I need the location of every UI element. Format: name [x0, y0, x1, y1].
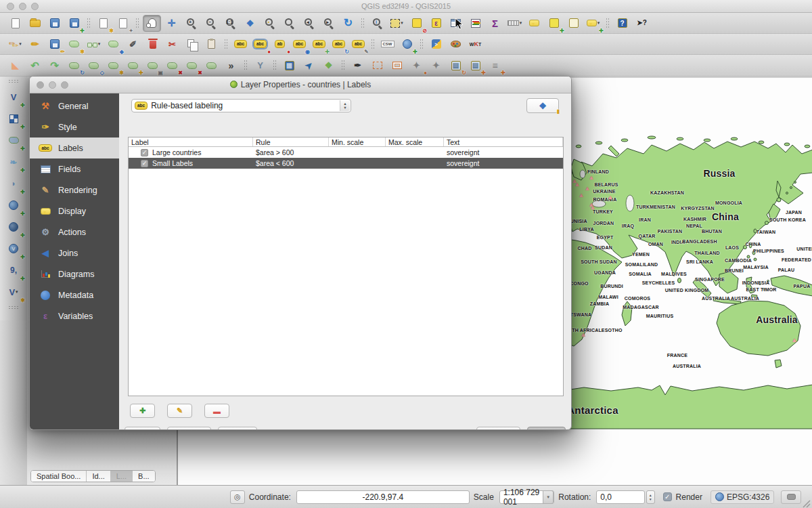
pan-map-button[interactable]: [143, 15, 161, 32]
georeferencer-button[interactable]: ▦: [280, 57, 298, 74]
atlas-reload-button[interactable]: ▤↻: [447, 57, 465, 74]
save-project-button[interactable]: [45, 15, 64, 32]
ok-button[interactable]: OK: [527, 427, 566, 430]
select-features-button[interactable]: ▾: [388, 15, 406, 32]
show-statistics-button[interactable]: Σ: [486, 15, 504, 32]
magic-wand-button[interactable]: ✦: [427, 57, 445, 74]
current-edits-button[interactable]: ▾: [6, 36, 24, 53]
sidebar-item-diagrams[interactable]: Diagrams: [30, 263, 119, 284]
zoom-in-button[interactable]: +: [182, 15, 200, 32]
node-tool-button[interactable]: ◆: [104, 36, 122, 53]
scale-combo[interactable]: 1:106 729 001 ▼: [499, 490, 554, 504]
paste-features-button[interactable]: [202, 36, 221, 53]
cad-input-button[interactable]: ◣: [6, 57, 24, 74]
sidebar-item-general[interactable]: ⚒General: [30, 96, 119, 117]
sidebar-item-rendering[interactable]: ✎Rendering: [30, 179, 119, 200]
identify-features-button[interactable]: i: [368, 15, 386, 32]
save-project-as-button[interactable]: ✚: [65, 15, 83, 32]
sidebar-item-display[interactable]: Display: [30, 200, 119, 221]
show-bookmarks-button[interactable]: [564, 15, 583, 32]
add-spatialite-layer-button[interactable]: ❧✚: [3, 152, 24, 171]
cancel-button[interactable]: Cancel: [476, 427, 520, 430]
measure-button[interactable]: ▾: [505, 15, 524, 32]
add-vector-layer-button[interactable]: V✚: [3, 87, 24, 106]
help-button[interactable]: Help: [125, 427, 160, 430]
dock-tab[interactable]: L...: [111, 471, 133, 482]
offset-curve-button[interactable]: Y: [251, 57, 269, 74]
rotate-feature-button[interactable]: ↻: [65, 57, 83, 74]
rotation-stepper[interactable]: ▲▼: [646, 490, 655, 504]
add-delimited-text-layer-button[interactable]: 9,✚: [3, 261, 24, 280]
dock-tab[interactable]: Id...: [87, 471, 110, 482]
change-label-properties-button[interactable]: abc✎: [349, 36, 367, 53]
extent-tracking-button[interactable]: ◎: [230, 490, 245, 504]
rule-checkbox[interactable]: ✓: [141, 149, 148, 156]
dialog-titlebar[interactable]: Layer Properties - countries | Labels: [30, 77, 571, 93]
apply-button[interactable]: Apply: [218, 427, 257, 430]
rule-checkbox[interactable]: ✓: [141, 160, 148, 167]
zoom-full-button[interactable]: ❖: [241, 15, 259, 32]
add-mssql-layer-button[interactable]: ◗✚: [3, 174, 24, 193]
add-ring-button[interactable]: ✱: [104, 57, 122, 74]
rule-row[interactable]: ✓Large countries$area > 600sovereignt: [129, 147, 563, 158]
delete-part-button[interactable]: ✖: [183, 57, 201, 74]
composer-manager-button[interactable]: ✦: [114, 15, 132, 32]
label-rules-table[interactable]: LabelRuleMin. scaleMax. scaleText✓Large …: [128, 137, 564, 396]
save-layer-edits-button[interactable]: ✏: [45, 36, 64, 53]
add-rule-button[interactable]: ✚: [130, 404, 155, 418]
open-project-button[interactable]: [26, 15, 44, 32]
sidebar-item-labels[interactable]: abcLabels: [30, 137, 119, 158]
sidebar-item-joins[interactable]: ◀Joins: [30, 242, 119, 263]
wkt-plugin-button[interactable]: WKT: [466, 36, 484, 53]
zoom-out-button[interactable]: −: [202, 15, 220, 32]
extent-rectangle-button[interactable]: [388, 57, 406, 74]
messages-button[interactable]: [781, 490, 801, 504]
reshape-features-button[interactable]: [202, 57, 221, 74]
add-raster-layer-button[interactable]: ✚: [3, 109, 24, 128]
labeling-mode-select[interactable]: abc Rule-based labeling ▲▼: [131, 99, 351, 112]
selection-rectangle-button[interactable]: [368, 57, 386, 74]
engine-settings-button[interactable]: ❖ ▮: [526, 98, 559, 113]
undo-button[interactable]: ↶: [26, 57, 44, 74]
metasearch-button[interactable]: CSW: [378, 36, 397, 53]
delete-ring-button[interactable]: ✖: [163, 57, 181, 74]
modify-feature-button[interactable]: ✐: [124, 36, 142, 53]
render-checkbox[interactable]: ✓: [663, 492, 672, 501]
move-label-button[interactable]: abc✛: [310, 36, 328, 53]
help-contents-button[interactable]: ?: [613, 15, 631, 32]
cut-features-button[interactable]: ✂: [163, 36, 181, 53]
new-print-composer-button[interactable]: ✱: [94, 15, 112, 32]
crs-status-button[interactable]: EPSG:4326: [710, 490, 774, 504]
rule-row[interactable]: ✓Small Labels$area < 600sovereignt: [129, 158, 563, 169]
edit-rule-button[interactable]: ✎: [167, 404, 192, 418]
magic-wand-add-button[interactable]: ✦●: [407, 57, 426, 74]
add-layer-stack-button[interactable]: ≡✚: [486, 57, 504, 74]
deselect-features-button[interactable]: ⊘: [407, 15, 426, 32]
plugin-green-button[interactable]: ❖: [319, 57, 338, 74]
new-shapefile-layer-button[interactable]: V✱▾: [3, 282, 24, 301]
copy-features-button[interactable]: [183, 36, 201, 53]
rotate-label-button[interactable]: abc↻: [330, 36, 348, 53]
scale-dropdown-icon[interactable]: ▼: [543, 490, 554, 504]
remove-rule-button[interactable]: ▬: [204, 404, 229, 418]
new-project-button[interactable]: [6, 15, 24, 32]
select-by-expression-button[interactable]: ε: [427, 15, 445, 32]
resize-grip[interactable]: [801, 499, 811, 508]
add-part-button[interactable]: ✚: [124, 57, 142, 74]
dock-tab[interactable]: Spatial Boo...: [31, 471, 87, 482]
sidebar-item-variables[interactable]: εVariables: [30, 305, 119, 326]
add-wfs-layer-button[interactable]: V✚: [3, 239, 24, 258]
redo-button[interactable]: ↷: [45, 57, 64, 74]
new-bookmark-button[interactable]: ✚: [545, 15, 563, 32]
field-calculator-button[interactable]: [466, 15, 484, 32]
plugin-rocket-button[interactable]: ➤: [300, 57, 318, 74]
select-stepper-icon[interactable]: ▲▼: [340, 100, 350, 111]
map-tips-button[interactable]: [525, 15, 543, 32]
rotation-input[interactable]: 0,0: [596, 490, 644, 504]
sidebar-item-style[interactable]: ✑Style: [30, 117, 119, 137]
toggle-editing-button[interactable]: ✏: [26, 36, 44, 53]
show-hide-labels-button[interactable]: abc◉: [290, 36, 309, 53]
more-tools-button[interactable]: »: [222, 57, 240, 74]
simplify-feature-button[interactable]: ◇: [85, 57, 103, 74]
fill-ring-button[interactable]: ▣: [143, 57, 162, 74]
